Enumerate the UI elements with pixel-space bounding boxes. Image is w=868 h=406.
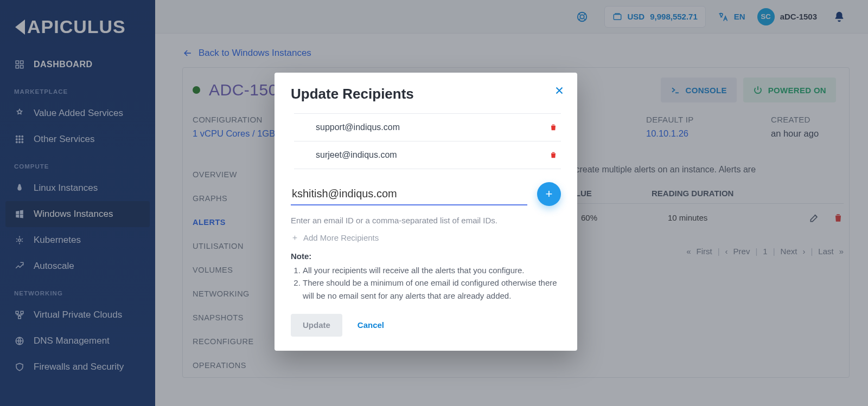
note-title: Note:: [291, 252, 561, 261]
delete-recipient-icon[interactable]: [549, 151, 558, 159]
add-more-recipients[interactable]: ＋ Add More Recipients: [291, 233, 379, 243]
add-more-label: Add More Recipients: [303, 233, 379, 242]
update-button[interactable]: Update: [291, 314, 342, 337]
note-item: There should be a minimum of one email i…: [303, 276, 561, 302]
note-list: All your recipients will receive all the…: [293, 264, 561, 302]
update-recipients-modal: Update Recipients support@indiqus.com su…: [275, 73, 577, 351]
note-item: All your recipients will receive all the…: [303, 264, 561, 276]
recipient-email: surjeet@indiqus.com: [297, 150, 397, 160]
add-recipient-button[interactable]: +: [537, 182, 561, 206]
plus-small-icon: ＋: [291, 233, 299, 243]
cancel-button[interactable]: Cancel: [358, 320, 384, 330]
email-input[interactable]: [291, 183, 527, 205]
recipient-row: support@indiqus.com: [294, 113, 561, 141]
close-icon[interactable]: [553, 85, 565, 96]
modal-title: Update Recipients: [291, 86, 561, 102]
delete-recipient-icon[interactable]: [549, 123, 558, 132]
recipient-email: support@indiqus.com: [297, 123, 400, 132]
recipients-list: support@indiqus.com surjeet@indiqus.com: [294, 113, 561, 169]
input-hint: Enter an email ID or a comma-separated l…: [291, 216, 561, 225]
recipient-row: surjeet@indiqus.com: [294, 141, 561, 169]
plus-icon: +: [546, 187, 553, 201]
